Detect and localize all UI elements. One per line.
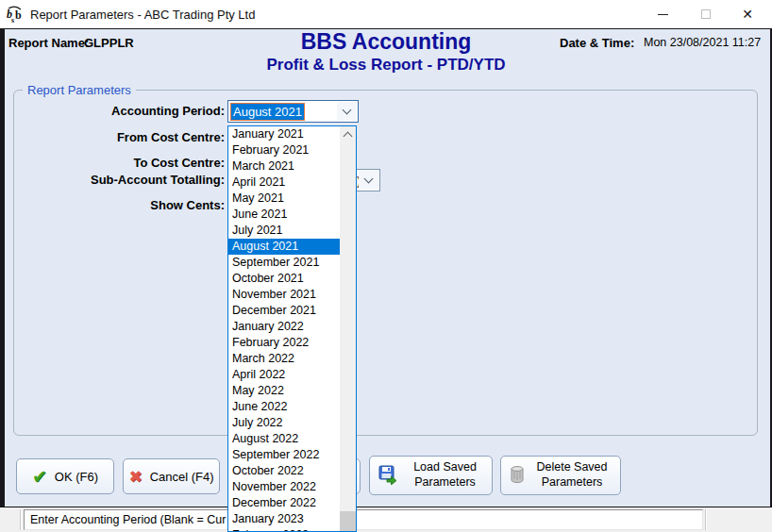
close-button[interactable]: ✕ (729, 0, 766, 28)
accounting-period-selected-text: August 2021 (231, 104, 304, 120)
chevron-down-icon (364, 175, 374, 184)
dropdown-option[interactable]: October 2021 (228, 271, 340, 287)
accounting-period-combobox[interactable]: August 2021 (227, 100, 359, 123)
dropdown-option[interactable]: November 2022 (228, 479, 340, 495)
dropdown-option[interactable]: May 2022 (228, 383, 340, 399)
dropdown-option[interactable]: February 2021 (228, 142, 340, 158)
cancel-button[interactable]: ✖ Cancel (F4) (123, 458, 220, 494)
maximize-icon (701, 9, 711, 19)
dropdown-option[interactable]: October 2022 (228, 463, 340, 479)
dropdown-option[interactable]: November 2021 (228, 287, 340, 303)
desktop-edge-left (0, 29, 5, 507)
window-title: Report Parameters - ABC Trading Pty Ltd (30, 8, 255, 22)
delete-saved-parameters-button[interactable]: Delete Saved Parameters (500, 456, 621, 495)
chevron-down-icon (343, 106, 352, 115)
to-cost-centre-label: To Cost Centre: (19, 156, 225, 170)
dropdown-option[interactable]: February 2023 (228, 527, 340, 532)
ok-button-label: OK (F6) (55, 470, 98, 484)
accounting-period-dropdown-button[interactable] (337, 102, 357, 121)
dropdown-option[interactable]: July 2021 (228, 223, 340, 239)
minimize-button[interactable] (644, 0, 681, 28)
dropdown-option[interactable]: January 2023 (228, 511, 340, 527)
dropdown-option[interactable]: March 2022 (228, 351, 340, 367)
show-cents-label: Show Cents: (19, 198, 225, 212)
trash-bin-icon (510, 465, 525, 487)
dropdown-option[interactable]: March 2021 (228, 158, 340, 175)
dropdown-items: January 2021February 2021March 2021April… (228, 126, 356, 532)
scroll-up-button[interactable] (340, 126, 356, 142)
dropdown-scrollbar[interactable] (340, 126, 356, 531)
chevron-up-icon (344, 132, 353, 141)
dropdown-option[interactable]: August 2021 (228, 239, 340, 255)
datetime-value: Mon 23/08/2021 11:27 (644, 36, 761, 49)
dropdown-option[interactable]: April 2022 (228, 367, 340, 383)
ok-button[interactable]: ✔ OK (F6) (16, 458, 114, 494)
dropdown-option[interactable]: August 2022 (228, 431, 340, 447)
dropdown-option[interactable]: September 2022 (228, 447, 340, 463)
dropdown-option[interactable]: December 2022 (228, 495, 340, 511)
dropdown-option[interactable]: September 2021 (228, 255, 340, 271)
svg-text:s: s (11, 16, 14, 25)
sub-account-totalling-label: Sub-Account Totalling: (19, 173, 225, 187)
floppy-disk-icon (378, 464, 398, 488)
dropdown-option[interactable]: April 2021 (228, 175, 340, 191)
status-separator (20, 509, 22, 530)
dropdown-option[interactable]: May 2021 (228, 191, 340, 207)
load-saved-parameters-button[interactable]: Load Saved Parameters (369, 456, 493, 495)
x-icon: ✖ (128, 469, 142, 485)
cancel-button-label: Cancel (F4) (150, 470, 214, 484)
accounting-period-label: Accounting Period: (19, 104, 225, 118)
sub-account-dropdown-button[interactable] (359, 171, 378, 190)
report-title: Profit & Loss Report - PTD/YTD (0, 56, 772, 75)
accounting-period-listbox[interactable]: January 2021February 2021March 2021April… (227, 125, 357, 532)
dropdown-option[interactable]: July 2022 (228, 415, 340, 431)
bbs-app-icon: b s b (6, 6, 25, 25)
dropdown-option[interactable]: December 2021 (228, 303, 340, 319)
delete-saved-parameters-label: Delete Saved Parameters (532, 460, 612, 490)
svg-text:b: b (15, 8, 22, 22)
dropdown-option[interactable]: June 2022 (228, 399, 340, 415)
from-cost-centre-label: From Cost Centre: (19, 130, 225, 144)
groupbox-label: Report Parameters (23, 83, 136, 97)
load-saved-parameters-label: Load Saved Parameters (406, 460, 485, 490)
datetime-label: Date & Time: (560, 36, 634, 50)
status-message: Enter Accounting Period (Blank = Cur (24, 509, 703, 530)
maximize-button (687, 0, 725, 28)
check-icon: ✔ (32, 468, 47, 486)
dropdown-option[interactable]: February 2022 (228, 335, 340, 351)
dropdown-option[interactable]: January 2021 (228, 126, 340, 142)
minimize-icon (658, 14, 668, 15)
scrollbar-thumb[interactable] (340, 511, 356, 531)
status-separator (705, 509, 707, 530)
dropdown-option[interactable]: June 2021 (228, 207, 340, 223)
close-icon: ✕ (742, 8, 753, 21)
dropdown-option[interactable]: January 2022 (228, 319, 340, 335)
